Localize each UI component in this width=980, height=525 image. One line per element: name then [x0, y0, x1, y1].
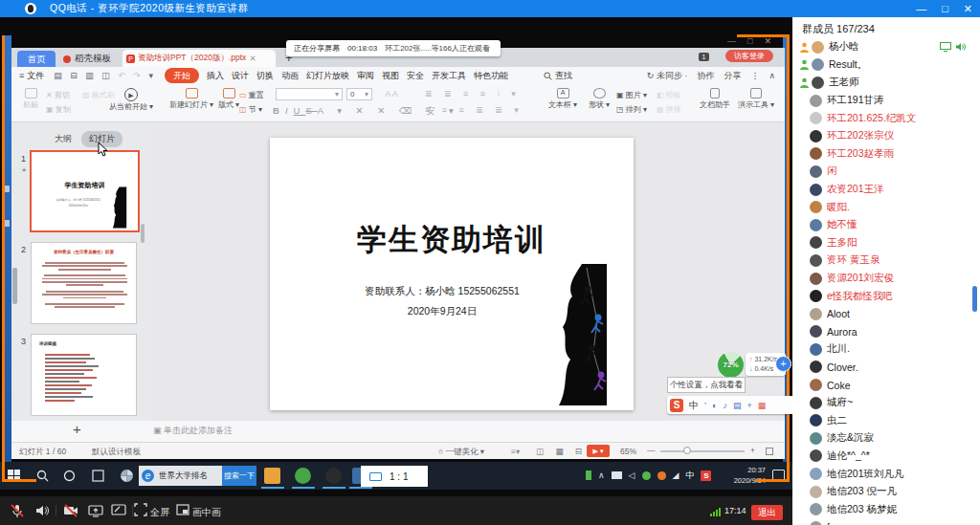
notes-placeholder[interactable]: ▣ 单击此处添加备注 [153, 425, 233, 437]
mic-muted-icon[interactable] [10, 503, 25, 518]
taskbar-app-icon[interactable] [325, 468, 342, 484]
share-button[interactable]: 分享 [724, 70, 741, 82]
zoom-slider-track[interactable] [660, 450, 745, 452]
member-row[interactable]: 环工203赵孝雨 [792, 145, 980, 164]
ribbon-tab-9[interactable]: 开发工具 [432, 70, 466, 82]
ime-emoji-icon[interactable]: ◐ [712, 401, 717, 410]
member-row[interactable]: 地信203 杨梦妮 [792, 500, 980, 518]
beautify-button[interactable]: ○ 一键美化 ▾ [438, 447, 484, 458]
view-mode-icons[interactable]: ◫ ▦ ⊟ [536, 447, 587, 456]
close-button[interactable]: ✕ [964, 3, 972, 15]
ribbon-tab-10[interactable]: 特色功能 [474, 70, 508, 82]
fullscreen-icon[interactable] [134, 503, 147, 516]
taskbar-search-box[interactable]: e 世界大学排名 搜索一下 [139, 466, 256, 486]
ribbon-tab-6[interactable]: 审阅 [357, 70, 374, 82]
design-template[interactable]: 默认设计模板 [92, 447, 141, 458]
ribbon-tab-0[interactable]: 开始 [165, 68, 199, 83]
member-row[interactable]: 资环 黄玉泉 [792, 252, 980, 270]
member-row[interactable]: Aloot [792, 305, 980, 323]
member-row[interactable]: 杨小晗 [792, 38, 980, 56]
member-row[interactable]: Clover. [792, 359, 980, 377]
restore-button[interactable]: □ [942, 3, 948, 14]
zoom-out-button[interactable]: — [647, 446, 656, 455]
member-row[interactable]: 虫二 [792, 411, 980, 429]
sogou-ime-bar[interactable]: S 中 ’◐♪▤+▦ [667, 396, 792, 414]
search-submit-button[interactable]: 搜索一下 [222, 466, 256, 486]
main-slide[interactable]: 学生资助培训 资助联系人：杨小晗 15255062551 2020年9月24日 [270, 138, 634, 410]
member-row[interactable]: 地信203 倪一凡 [792, 483, 980, 501]
pip-label[interactable]: 画中画 [192, 506, 221, 519]
thumbnail-slide-1[interactable]: 学生资助培训 资助联系人：杨小晗 15255062551 2020年9月24日 [30, 150, 140, 232]
panel-scrollbar[interactable] [141, 224, 145, 243]
member-row[interactable]: 城府~ [792, 394, 980, 412]
member-row[interactable]: 迪伦*^_^* [792, 448, 980, 466]
tab-document[interactable]: P 资助培训PPT（2020版）.pptx ✕ [122, 50, 276, 67]
tab-close-icon[interactable]: ✕ [249, 54, 256, 63]
tab-home[interactable]: 首页 [17, 51, 56, 67]
align-icons-row1[interactable]: ≣ ≣ ≡ ≡ ⫶ ▾ [425, 89, 521, 99]
member-row[interactable]: 地信201班刘凡凡 [792, 465, 980, 483]
thumbnail-slide-3[interactable]: 培训提纲 [31, 334, 137, 416]
sync-status[interactable]: ↻ 未同步 · [647, 70, 688, 82]
quick-access-icons[interactable]: ▤ ⊟ ▥ ◫ ↶ ↷ ▾ [54, 71, 156, 80]
slideshow-play-button[interactable]: ▶ ▾ [587, 445, 610, 457]
member-row[interactable]: Result。 [792, 56, 980, 75]
ribbon-tab-2[interactable]: 设计 [232, 70, 249, 82]
ribbon-tab-4[interactable]: 动画 [281, 70, 299, 82]
tray-icon[interactable] [612, 471, 622, 479]
members-scrollbar[interactable] [972, 286, 977, 312]
cortana-icon[interactable] [63, 470, 76, 482]
find-button[interactable]: 查找 [544, 67, 572, 84]
speaker-icon[interactable] [34, 503, 50, 518]
fit-window-button[interactable] [766, 448, 773, 455]
member-row[interactable]: 环工191甘涛 [792, 92, 980, 110]
collapse-ribbon-icon[interactable]: ∧ [768, 71, 775, 80]
taskbar-app-icon[interactable] [264, 468, 280, 484]
member-row[interactable]: 暖阳. [792, 198, 980, 216]
zoom-slider-knob[interactable] [683, 447, 691, 454]
member-row[interactable]: e怪我都怪我吧 [792, 287, 980, 305]
ribbon-tab-1[interactable]: 插入 [207, 70, 224, 82]
taskbar-clock[interactable]: 20:372020/9/24 [734, 465, 766, 486]
new-slide-button[interactable]: 新建幻灯片 ▾ [167, 88, 216, 110]
member-row[interactable]: Aurora [792, 323, 980, 341]
ribbon-tab-3[interactable]: 切换 [256, 70, 274, 82]
doc-helper-button[interactable]: 文档助手 [695, 88, 735, 110]
collab-button[interactable]: 协作 [697, 70, 714, 82]
member-row[interactable]: 王老师 [792, 74, 980, 92]
member-row[interactable]: 王多阳 [792, 234, 980, 252]
battery-indicator[interactable]: 72% [718, 352, 744, 378]
thumbnail-slide-2[interactable]: 资助委员（生活委员兼任）职责 [31, 242, 137, 324]
whiteboard-icon[interactable] [111, 503, 126, 518]
minimize-button[interactable]: — [916, 3, 926, 14]
outline-tab[interactable]: 大纲 [55, 133, 72, 145]
align-icons-row2[interactable]: ≡ ≡ ≡ ≣ ≣ ▾ [425, 105, 523, 115]
task-view-icon[interactable] [92, 470, 104, 482]
notes-toggle[interactable]: ≡▾ [511, 447, 520, 456]
ribbon-tab-7[interactable]: 视图 [382, 70, 399, 82]
tray-icon[interactable] [586, 470, 591, 480]
font-name-input[interactable]: ▾ [276, 88, 343, 100]
member-row[interactable]: 环工202张宗仪 [792, 127, 980, 145]
tray-icon[interactable] [642, 471, 651, 480]
camera-muted-icon[interactable] [63, 503, 78, 518]
reset-section-group[interactable]: ▭ 重置 ◫ 节 ▾ [239, 90, 274, 115]
expand-plus-button[interactable]: + [775, 356, 791, 372]
ribbon-tab-5[interactable]: 幻灯片放映 [306, 70, 349, 82]
guest-login-button[interactable]: 访客登录 [725, 50, 773, 62]
exit-call-button[interactable]: 退出 [751, 505, 783, 520]
tray-icon[interactable]: ◢ [673, 470, 679, 480]
member-row[interactable]: 环工201.625.纪凯文 [792, 109, 980, 127]
ime-mode-zh[interactable]: 中 [689, 399, 699, 412]
demo-tools-button[interactable]: 演示工具 ▾ [735, 88, 777, 110]
ime-mic-icon[interactable]: ♪ [723, 401, 727, 410]
ime-punct-icon[interactable]: ’ [704, 401, 706, 410]
shape-button[interactable]: 形状 ▾ [582, 88, 616, 110]
file-menu[interactable]: ≡文件 [19, 70, 44, 82]
ime-keyboard-icon[interactable]: ▤ [733, 401, 742, 410]
member-row[interactable]: 淡忘&沉寂 [792, 429, 980, 448]
member-row[interactable]: 闲 [792, 163, 980, 181]
taskbar-app-icon[interactable] [295, 468, 311, 484]
picture-arrange-group[interactable]: ▣ 图片 ▾ ◳ 排列 ▾ [616, 90, 655, 115]
paste-button[interactable]: 粘贴 [17, 88, 44, 110]
